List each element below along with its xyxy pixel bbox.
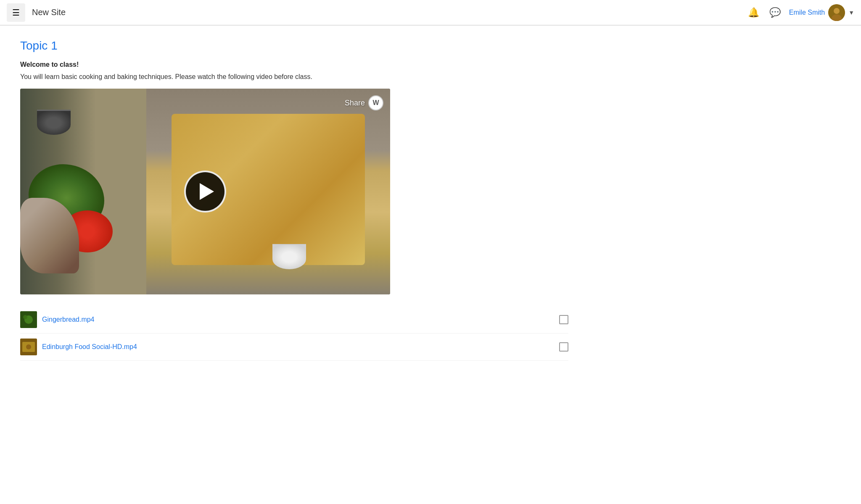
file-thumbnail-1 [20, 311, 37, 328]
file-list: Gingerbread.mp4 Edinburgh Food Social-HD… [20, 306, 568, 361]
user-info[interactable]: Emile Smith ▼ [789, 4, 854, 21]
file-item-2: Edinburgh Food Social-HD.mp4 [20, 333, 568, 361]
dropdown-arrow-icon: ▼ [848, 9, 854, 16]
avatar [828, 4, 845, 21]
message-icon: 💬 [769, 7, 781, 18]
file-thumb-icon-2 [20, 339, 37, 355]
message-button[interactable]: 💬 [768, 5, 782, 20]
notification-button[interactable]: 🔔 [746, 5, 761, 20]
file-thumb-icon-1 [20, 311, 37, 328]
file-link-1[interactable]: Gingerbread.mp4 [42, 316, 95, 323]
w-badge: W [368, 95, 383, 110]
play-button[interactable] [184, 171, 226, 213]
site-title: New Site [32, 8, 66, 17]
file-item-left-2: Edinburgh Food Social-HD.mp4 [20, 339, 137, 355]
file-item: Gingerbread.mp4 [20, 306, 568, 333]
veggie-area [20, 89, 146, 294]
svg-point-5 [23, 315, 27, 319]
topic-title: Topic 1 [20, 39, 568, 52]
svg-point-1 [834, 8, 840, 14]
hamburger-icon: ☰ [12, 8, 20, 18]
file-item-left: Gingerbread.mp4 [20, 311, 95, 328]
navbar-left: ☰ New Site [7, 3, 66, 22]
notification-icon: 🔔 [748, 7, 759, 18]
navbar: ☰ New Site 🔔 💬 Emile Smith ▼ [0, 0, 861, 25]
salt-bowl [272, 244, 306, 269]
pepper-bowl [37, 110, 71, 135]
file-link-2[interactable]: Edinburgh Food Social-HD.mp4 [42, 343, 137, 351]
video-scene: Share W [20, 89, 390, 294]
user-name: Emile Smith [789, 9, 825, 16]
video-player[interactable]: Share W [20, 89, 390, 294]
share-label: Share [345, 99, 365, 108]
navbar-right: 🔔 💬 Emile Smith ▼ [746, 4, 854, 21]
svg-point-8 [26, 344, 31, 349]
file-checkbox-1[interactable] [559, 315, 568, 324]
file-thumbnail-2 [20, 339, 37, 355]
main-content: Topic 1 Welcome to class! You will learn… [0, 26, 589, 374]
play-icon [200, 183, 214, 200]
avatar-image [828, 4, 845, 21]
welcome-heading: Welcome to class! [20, 61, 568, 68]
hamburger-button[interactable]: ☰ [7, 3, 25, 22]
file-checkbox-2[interactable] [559, 342, 568, 352]
welcome-text: You will learn basic cooking and baking … [20, 72, 568, 82]
share-area: Share W [345, 95, 383, 110]
